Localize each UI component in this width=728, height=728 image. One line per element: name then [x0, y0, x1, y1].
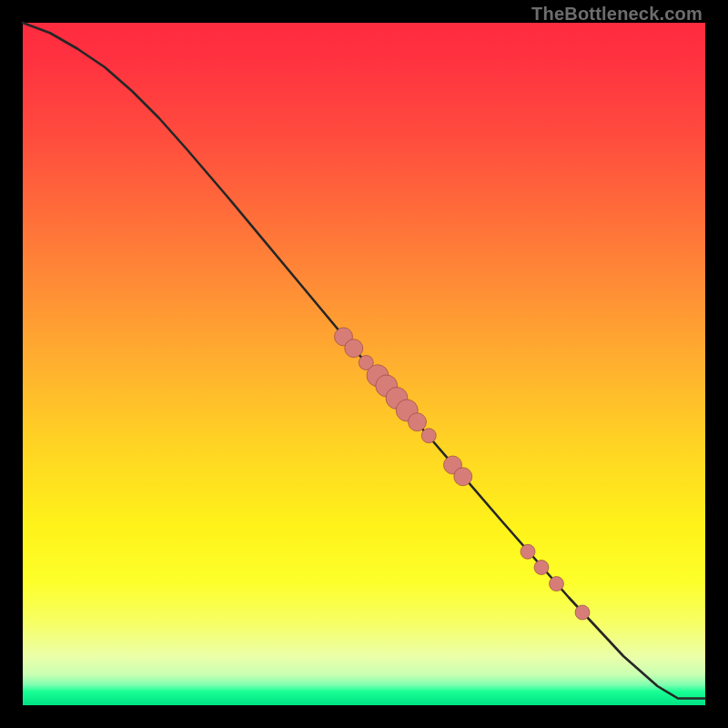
watermark-text: TheBottleneck.com	[531, 4, 703, 25]
chart-plot-area	[23, 23, 705, 705]
chart-container: TheBottleneck.com	[0, 0, 728, 728]
